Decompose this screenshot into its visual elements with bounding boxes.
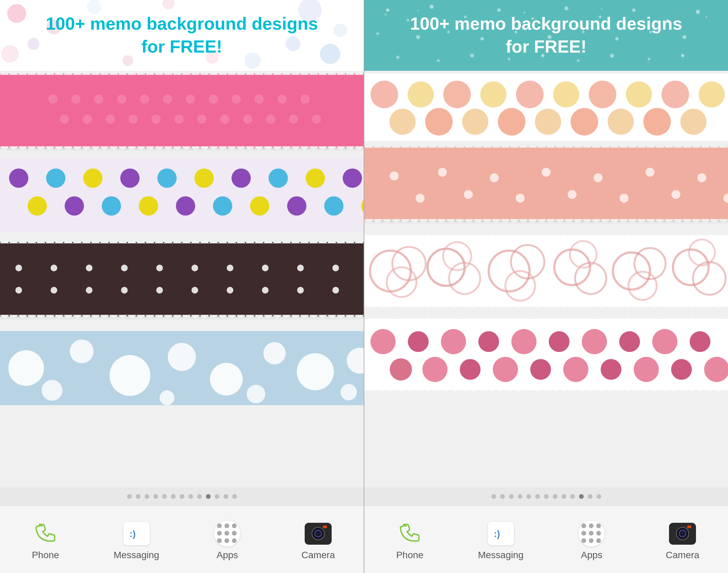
left-nav-messaging-label: Messaging (114, 550, 159, 561)
indicator-dot[interactable] (197, 494, 202, 499)
svg-point-90 (386, 8, 390, 12)
indicator-dot-active[interactable] (579, 494, 584, 499)
camera-icon (669, 520, 696, 547)
svg-point-151 (645, 168, 654, 177)
svg-point-168 (506, 271, 535, 301)
svg-point-60 (121, 265, 128, 271)
svg-point-41 (157, 169, 177, 188)
svg-point-13 (48, 94, 57, 103)
indicator-dot[interactable] (232, 494, 237, 499)
indicator-dot[interactable] (136, 494, 141, 499)
left-nav-camera-label: Camera (301, 550, 335, 561)
left-strip-pink-polka[interactable] (0, 73, 364, 148)
right-strip-watercolor-rings[interactable] (364, 234, 728, 308)
left-nav-messaging[interactable]: :) Messaging (103, 520, 170, 561)
svg-point-91 (407, 19, 410, 22)
indicator-dot[interactable] (153, 494, 158, 499)
indicator-dot[interactable] (518, 494, 522, 499)
left-nav-apps-label: Apps (216, 550, 238, 561)
svg-point-54 (287, 196, 306, 215)
svg-point-71 (156, 287, 163, 294)
svg-point-163 (428, 249, 465, 286)
indicator-dot[interactable] (597, 494, 601, 499)
svg-point-153 (416, 194, 424, 203)
indicator-dot[interactable] (588, 494, 593, 499)
indicator-dot[interactable] (562, 494, 566, 499)
indicator-dot[interactable] (570, 494, 575, 499)
svg-point-38 (46, 169, 65, 188)
indicator-dot[interactable] (127, 494, 132, 499)
svg-point-45 (306, 169, 325, 188)
svg-point-149 (542, 168, 550, 177)
left-strip-blue-polka[interactable] (0, 331, 364, 405)
svg-point-64 (262, 265, 269, 271)
svg-point-30 (174, 115, 183, 124)
svg-point-42 (194, 169, 214, 188)
svg-point-152 (697, 173, 706, 182)
left-strip-colorful-polka[interactable] (0, 158, 364, 232)
right-nav-messaging-label: Messaging (478, 550, 523, 561)
indicator-dot[interactable] (491, 494, 496, 499)
svg-text::): :) (494, 529, 500, 539)
svg-point-50 (139, 196, 158, 215)
right-nav-messaging[interactable]: :) Messaging (467, 520, 535, 561)
right-page-indicators (364, 487, 728, 506)
svg-point-143 (608, 109, 634, 135)
right-strip-crimson-dots[interactable] (364, 318, 728, 392)
right-scroll-content: ✦ ✦ ✦ ✦ ✦ ✦ ✦ 100+ memo background desig… (364, 0, 728, 487)
svg-point-159 (723, 194, 728, 203)
indicator-dot[interactable] (162, 494, 167, 499)
apps-icon (578, 520, 605, 547)
svg-point-184 (582, 329, 607, 354)
svg-point-61 (156, 265, 163, 271)
indicator-dot-active[interactable] (206, 494, 211, 499)
left-strip-chocolate[interactable] (0, 242, 364, 316)
right-strip-salmon-polka[interactable] (364, 146, 728, 220)
messaging-icon: :) (123, 520, 150, 547)
indicator-dot[interactable] (535, 494, 540, 499)
right-nav-apps[interactable]: Apps (558, 520, 625, 561)
svg-point-75 (297, 287, 304, 294)
svg-point-157 (619, 194, 628, 203)
indicator-dot[interactable] (171, 494, 176, 499)
svg-point-111 (396, 56, 400, 59)
indicator-dot[interactable] (509, 494, 514, 499)
indicator-dot[interactable] (553, 494, 557, 499)
svg-point-58 (51, 265, 57, 271)
svg-point-116 (577, 59, 580, 62)
svg-point-17 (140, 94, 149, 103)
indicator-dot[interactable] (145, 494, 149, 499)
svg-point-83 (297, 353, 334, 390)
svg-point-49 (102, 196, 121, 215)
indicator-dot[interactable] (215, 494, 219, 499)
svg-point-65 (297, 265, 304, 271)
svg-point-70 (121, 287, 128, 294)
indicator-dot[interactable] (180, 494, 184, 499)
svg-point-98 (632, 8, 636, 12)
left-nav-apps[interactable]: Apps (193, 520, 261, 561)
indicator-dot[interactable] (223, 494, 228, 499)
svg-point-187 (690, 331, 710, 352)
left-nav-camera[interactable]: Camera (284, 520, 352, 561)
svg-point-15 (94, 94, 103, 103)
right-strip-watercolor-dots[interactable] (364, 73, 728, 141)
svg-point-189 (422, 357, 448, 382)
indicator-dot[interactable] (544, 494, 549, 499)
left-nav-phone[interactable]: Phone (12, 520, 79, 561)
svg-point-19 (186, 94, 195, 103)
svg-point-162 (387, 267, 417, 297)
indicator-dot[interactable] (526, 494, 531, 499)
indicator-dot[interactable] (188, 494, 193, 499)
svg-point-183 (549, 331, 570, 352)
svg-point-178 (370, 329, 396, 354)
svg-point-76 (332, 287, 339, 294)
right-nav-phone[interactable]: Phone (376, 520, 444, 561)
svg-point-88 (340, 384, 357, 400)
indicator-dot[interactable] (500, 494, 505, 499)
svg-point-79 (110, 355, 150, 396)
right-nav-camera[interactable]: Camera (649, 520, 716, 561)
svg-point-5 (28, 38, 40, 50)
svg-point-138 (425, 108, 453, 135)
svg-point-101 (376, 32, 379, 35)
svg-point-82 (264, 342, 286, 364)
